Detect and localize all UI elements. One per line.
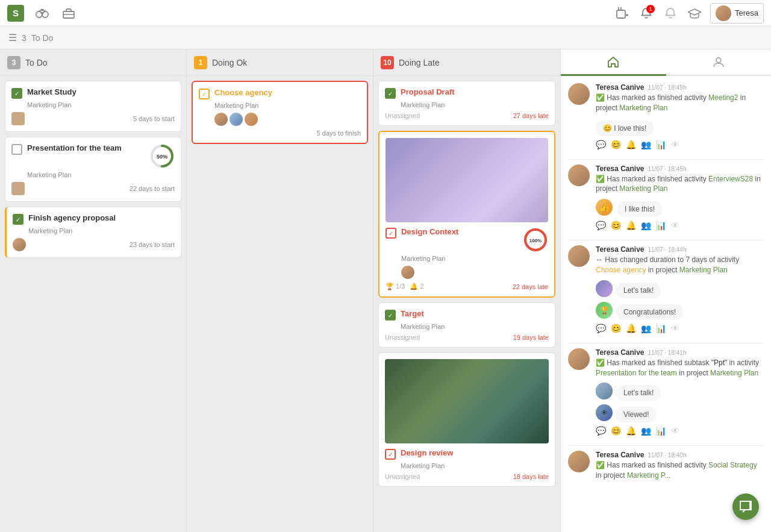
feed-link-mkplan2[interactable]: Marketing Plan <box>619 184 667 193</box>
card-avatar-finish-agency <box>13 238 26 251</box>
doing-late-badge: 10 <box>381 56 394 69</box>
card-subtitle-presentation: Marketing Plan <box>27 171 175 178</box>
card-footer-choose-agency: 5 days to finish <box>199 130 361 137</box>
svg-text:50%: 50% <box>157 154 167 160</box>
panel-tab-home[interactable] <box>561 49 666 76</box>
feed-text-3: ↔ Has changed duration to 7 days of acti… <box>596 255 764 275</box>
chat-fab[interactable] <box>732 493 759 520</box>
feed-link-mkplan3[interactable]: Marketing Plan <box>679 266 728 274</box>
feed-reactions-1: 💬 😊 🔔 👥 📊 👁 <box>596 140 764 149</box>
card-avatar-market-study <box>11 112 25 125</box>
feed-time-2: 11/07 · 18:45h <box>648 166 687 172</box>
feed-bubble-like: I like this! <box>617 201 662 217</box>
reaction-chat-1[interactable]: 💬 <box>596 140 606 149</box>
topbar-right: 1 Teresa <box>614 3 764 23</box>
reaction-bell-3[interactable]: 🔔 <box>626 324 636 333</box>
card-avatar-presentation <box>11 182 25 195</box>
feed-link-mkplan5[interactable]: Marketing P... <box>627 471 670 480</box>
card-check-presentation[interactable] <box>11 144 22 155</box>
card-target[interactable]: ✓ Target Marketing Plan Unassigned 19 da… <box>378 302 555 348</box>
card-check-choose-agency[interactable]: ✓ <box>199 89 210 99</box>
card-proposal-draft[interactable]: ✓ Proposal Draft Marketing Plan Unassign… <box>378 81 555 126</box>
feed-link-meeting2[interactable]: Meeting2 <box>708 93 738 102</box>
reaction-chart-2[interactable]: 📊 <box>656 221 666 230</box>
bell-icon[interactable] <box>662 5 679 22</box>
card-check-market-study[interactable]: ✓ <box>11 88 22 99</box>
reaction-group-2[interactable]: 👥 <box>641 221 651 230</box>
user-profile[interactable]: Teresa <box>710 3 764 23</box>
progress-circle-presentation: 50% <box>149 143 175 169</box>
card-check-finish-agency[interactable]: ✓ <box>13 214 23 225</box>
card-assignee-design-review: Unassigned <box>385 473 420 480</box>
card-presentation[interactable]: Presentation for the team 50% Marketing … <box>5 137 181 202</box>
reaction-chart-4[interactable]: 📊 <box>656 426 666 436</box>
card-finish-agency[interactable]: ✓ Finish agency proposal Marketing Plan … <box>5 207 181 258</box>
column-doing-late-header: 10 Doing Late <box>373 49 560 76</box>
bubble-avatar-4b: 👁 <box>596 404 613 421</box>
reaction-smile-2[interactable]: 😊 <box>611 221 621 230</box>
feed-link-enterview[interactable]: EnterviewS28 <box>708 175 753 183</box>
feed-link-choose-agency[interactable]: Choose agency <box>596 266 646 274</box>
feed-link-presentation[interactable]: Presentation for the team <box>596 369 677 377</box>
graduation-icon[interactable] <box>686 5 703 22</box>
reaction-smile-4[interactable]: 😊 <box>611 426 621 436</box>
card-image-design-context <box>386 138 548 222</box>
avatar-2 <box>229 113 243 126</box>
card-market-study[interactable]: ✓ Market Study Marketing Plan 5 days to … <box>5 81 181 132</box>
card-footer-market-study: 5 days to start <box>11 112 175 125</box>
card-design-review[interactable]: ✓ Design review Marketing Plan Unassigne… <box>378 352 555 487</box>
notification-button[interactable]: 1 <box>638 5 655 22</box>
card-check-target[interactable]: ✓ <box>385 310 396 321</box>
card-design-context[interactable]: ✓ Design Context 100% Marketing Plan <box>378 131 555 298</box>
design-context-avatar <box>401 266 414 279</box>
panel-tab-person[interactable] <box>666 49 772 76</box>
choose-agency-avatars <box>214 113 361 126</box>
card-choose-agency[interactable]: ✓ Choose agency Marketing Plan 5 days to… <box>192 81 368 144</box>
card-check-proposal-draft[interactable]: ✓ <box>385 88 396 99</box>
right-panel: Teresa Canive 11/07 · 18:45h ✅ Has marke… <box>560 49 771 532</box>
feed-bubble-congrats: Congratulations! <box>616 304 683 320</box>
reaction-group-1[interactable]: 👥 <box>641 140 651 149</box>
add-task-icon[interactable] <box>614 5 631 22</box>
avatar-1 <box>214 113 228 126</box>
card-check-design-review[interactable]: ✓ <box>385 449 396 460</box>
column-todo: 3 To Do ✓ Market Study Marketing Plan 5 <box>0 49 187 532</box>
feed-link-mkplan1[interactable]: Marketing Plan <box>619 104 667 112</box>
hamburger-icon[interactable]: ☰ <box>8 32 17 43</box>
reaction-eye-1[interactable]: 👁 <box>671 140 679 149</box>
reaction-chat-2[interactable]: 💬 <box>596 221 606 230</box>
feed-name-1: Teresa Canive <box>596 83 645 92</box>
feed-avatar-3 <box>568 245 590 267</box>
reaction-chart-1[interactable]: 📊 <box>656 140 666 149</box>
briefcase-icon[interactable] <box>60 5 77 22</box>
card-days-target: 19 days late <box>513 334 549 341</box>
design-context-trophies: 🏆 1/3 <box>386 283 405 290</box>
card-subtitle-design-context: Marketing Plan <box>401 255 548 262</box>
feed-avatar-2 <box>568 164 590 186</box>
reaction-eye-4[interactable]: 👁 <box>671 426 679 436</box>
feed-link-mkplan4[interactable]: Marketing Plan <box>710 369 758 377</box>
reaction-group-3[interactable]: 👥 <box>641 324 651 333</box>
card-footer-design-review: Unassigned 18 days late <box>385 473 549 480</box>
feed-content-3: Teresa Canive 11/07 · 18:44h ↔ Has chang… <box>596 245 764 333</box>
card-check-design-context[interactable]: ✓ <box>386 228 396 239</box>
binoculars-icon[interactable] <box>34 5 51 22</box>
reaction-smile-3[interactable]: 😊 <box>611 324 621 333</box>
reaction-eye-3[interactable]: 👁 <box>671 324 679 333</box>
reaction-chat-4[interactable]: 💬 <box>596 426 606 436</box>
feed-bubble-letstalk: Let's talk! <box>616 283 661 298</box>
reaction-bell-1[interactable]: 🔔 <box>626 140 636 149</box>
bubble-avatar-2: 👍 <box>596 199 613 216</box>
reaction-chart-3[interactable]: 📊 <box>656 324 666 333</box>
user-name: Teresa <box>735 8 758 17</box>
reaction-bell-4[interactable]: 🔔 <box>626 426 636 436</box>
reaction-eye-2[interactable]: 👁 <box>671 221 679 230</box>
feed-link-social[interactable]: Social Strategy <box>708 461 757 469</box>
doing-ok-title: Doing Ok <box>212 58 247 67</box>
panel-tabs <box>561 49 771 76</box>
reaction-smile-1[interactable]: 😊 <box>611 140 621 149</box>
reaction-chat-3[interactable]: 💬 <box>596 324 606 333</box>
logo[interactable]: S <box>7 5 24 22</box>
reaction-bell-2[interactable]: 🔔 <box>626 221 636 230</box>
reaction-group-4[interactable]: 👥 <box>641 426 651 436</box>
